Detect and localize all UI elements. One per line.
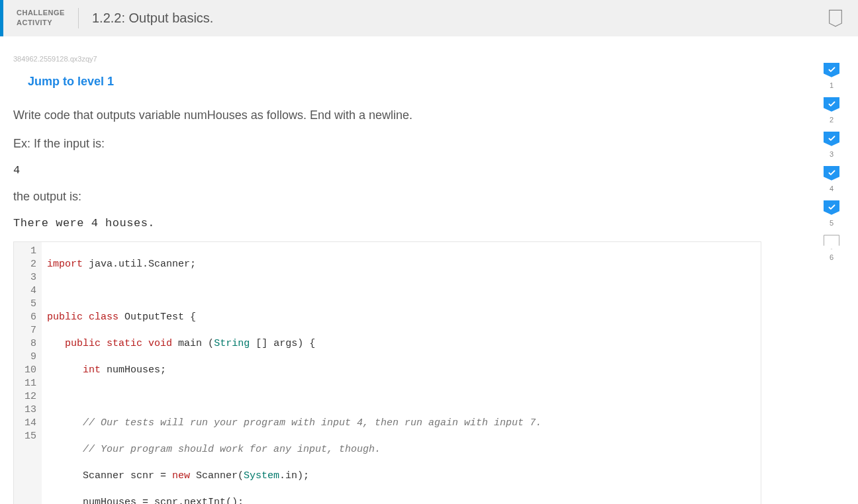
code-line-9[interactable]: Scanner scnr = new Scanner(System.in);: [47, 470, 761, 483]
code-line-6[interactable]: [47, 390, 761, 403]
level-badge-5[interactable]: [824, 200, 839, 215]
bookmark-icon[interactable]: [826, 9, 845, 27]
level-num-2: 2: [830, 116, 834, 124]
code-line-7[interactable]: // Our tests will run your program with …: [47, 417, 761, 430]
challenge-type-label: CHALLENGE ACTIVITY: [17, 8, 79, 28]
code-editor[interactable]: 1 2 3 4 5 6 7 8 9 10 11 12 13 14 15 impo…: [13, 241, 761, 504]
code-line-2[interactable]: [47, 284, 761, 298]
level-num-5: 5: [830, 219, 834, 227]
level-badge-6[interactable]: [824, 235, 839, 249]
code-line-8[interactable]: // Your program should work for any inpu…: [47, 443, 761, 456]
example-input: 4: [13, 164, 761, 177]
line-gutter: 1 2 3 4 5 6 7 8 9 10 11 12 13 14 15: [14, 242, 42, 504]
prompt-example-label: Ex: If the input is:: [13, 136, 761, 152]
level-num-6: 6: [830, 253, 834, 261]
code-line-5[interactable]: int numHouses;: [47, 364, 761, 377]
example-output: There were 4 houses.: [13, 217, 761, 230]
level-badge-2[interactable]: [824, 97, 839, 112]
code-line-4[interactable]: public static void main (String [] args)…: [47, 337, 761, 351]
code-line-10[interactable]: numHouses = scnr.nextInt();: [47, 496, 761, 504]
level-badge-4[interactable]: [824, 166, 839, 181]
tracking-id: 384962.2559128.qx3zqy7: [13, 55, 845, 63]
challenge-header: CHALLENGE ACTIVITY 1.2.2: Output basics.: [0, 0, 858, 36]
challenge-label-1: CHALLENGE: [17, 8, 65, 18]
level-num-4: 4: [830, 185, 834, 192]
level-num-1: 1: [830, 81, 834, 89]
prompt-output-label: the output is:: [13, 189, 761, 205]
level-badge-3[interactable]: [824, 132, 839, 146]
code-area[interactable]: import java.util.Scanner; public class O…: [42, 242, 761, 504]
code-line-1[interactable]: import java.util.Scanner;: [47, 258, 761, 271]
level-num-3: 3: [830, 150, 834, 158]
code-line-3[interactable]: public class OutputTest {: [47, 311, 761, 324]
jump-to-level-link[interactable]: Jump to level 1: [28, 75, 114, 89]
challenge-label-2: ACTIVITY: [17, 18, 65, 28]
level-badge-1[interactable]: [824, 63, 839, 77]
level-progress-rail: 1 2 3 4 5 6: [818, 63, 845, 265]
challenge-title: 1.2.2: Output basics.: [79, 11, 213, 26]
prompt-instruction: Write code that outputs variable numHous…: [13, 107, 761, 124]
